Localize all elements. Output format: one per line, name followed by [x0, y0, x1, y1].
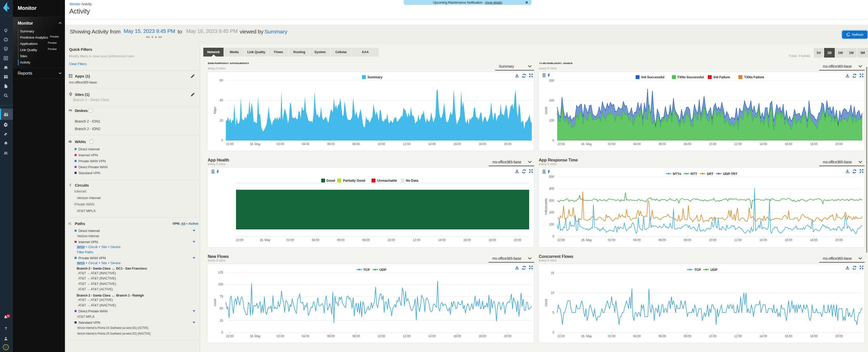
svg-text:No Data: No Data — [406, 179, 418, 182]
svg-text:100: 100 — [549, 223, 554, 226]
svg-text:22:00: 22:00 — [557, 335, 565, 338]
svg-text:Init Failure: Init Failure — [714, 75, 730, 79]
svg-text:04:00: 04:00 — [302, 335, 310, 338]
svg-text:Partially Good: Partially Good — [343, 179, 365, 182]
svg-text:18:00: 18:00 — [478, 335, 486, 338]
svg-text:5: 5 — [553, 311, 554, 314]
svg-text:TXNs Failure: TXNs Failure — [744, 75, 764, 79]
svg-text:08:00: 08:00 — [352, 142, 360, 146]
svg-text:22:00: 22:00 — [557, 142, 565, 146]
svg-text:16. May: 16. May — [260, 238, 270, 242]
svg-text:02:00: 02:00 — [286, 238, 294, 242]
svg-text:20:00: 20:00 — [835, 238, 843, 242]
svg-text:20:00: 20:00 — [835, 335, 843, 338]
svg-text:75: 75 — [220, 295, 223, 298]
svg-text:04:00: 04:00 — [633, 142, 641, 146]
svg-text:?: ? — [5, 326, 7, 330]
svg-text:UDP: UDP — [379, 268, 386, 272]
svg-text:04:00: 04:00 — [633, 335, 641, 338]
svg-text:12:00: 12:00 — [413, 238, 421, 242]
svg-text:SRT: SRT — [707, 172, 714, 176]
svg-text:08:00: 08:00 — [352, 335, 360, 338]
svg-text:06:00: 06:00 — [337, 238, 345, 242]
svg-text:50: 50 — [220, 307, 223, 310]
svg-text:20: 20 — [220, 119, 223, 122]
svg-text:16. May: 16. May — [250, 142, 260, 146]
svg-text:count: count — [544, 107, 548, 114]
svg-text:22:00: 22:00 — [236, 238, 244, 242]
svg-text:15: 15 — [551, 271, 554, 275]
svg-text:200: 200 — [549, 99, 554, 102]
svg-text:300: 300 — [549, 199, 554, 203]
svg-text:NTTn: NTTn — [673, 172, 681, 176]
svg-text:500: 500 — [549, 175, 554, 179]
svg-text:125: 125 — [218, 271, 223, 274]
svg-text:18:00: 18:00 — [810, 142, 818, 146]
svg-text:0: 0 — [221, 139, 223, 142]
svg-text:20:00: 20:00 — [835, 142, 843, 146]
svg-text:100: 100 — [549, 119, 554, 122]
svg-text:Unreachable: Unreachable — [377, 179, 397, 182]
svg-text:10: 10 — [551, 291, 554, 295]
svg-text:02:00: 02:00 — [277, 335, 284, 338]
svg-text:16:00: 16:00 — [453, 142, 461, 146]
svg-text:04:00: 04:00 — [302, 142, 310, 146]
svg-text:14:00: 14:00 — [428, 142, 436, 146]
svg-text:16:00: 16:00 — [453, 335, 461, 338]
svg-text:12:00: 12:00 — [734, 335, 742, 338]
svg-text:400: 400 — [549, 187, 554, 190]
svg-text:Init Successful: Init Successful — [641, 75, 664, 79]
svg-text:count: count — [213, 298, 217, 306]
svg-text:12:00: 12:00 — [734, 142, 742, 146]
svg-text:14:00: 14:00 — [760, 142, 767, 146]
svg-text:Good: Good — [327, 179, 335, 182]
svg-text:0: 0 — [553, 139, 554, 142]
svg-text:10:00: 10:00 — [377, 335, 385, 338]
svg-text:12:00: 12:00 — [403, 142, 411, 146]
svg-text:12:00: 12:00 — [403, 335, 411, 338]
svg-text:100: 100 — [218, 283, 223, 286]
svg-text:20:00: 20:00 — [514, 238, 522, 242]
svg-text:06:00: 06:00 — [658, 335, 666, 338]
svg-text:16. May: 16. May — [581, 142, 592, 146]
svg-text:0: 0 — [553, 331, 554, 335]
svg-text:18:00: 18:00 — [810, 238, 818, 242]
svg-text:22:00: 22:00 — [226, 142, 234, 146]
svg-text:14:00: 14:00 — [428, 335, 436, 338]
svg-text:16. May: 16. May — [581, 238, 592, 242]
svg-text:12:00: 12:00 — [734, 238, 742, 242]
svg-text:16:00: 16:00 — [785, 142, 793, 146]
svg-text:300: 300 — [549, 79, 554, 82]
svg-text:16. May: 16. May — [581, 335, 592, 338]
svg-text:06:00: 06:00 — [658, 238, 666, 242]
svg-text:RTT: RTT — [691, 172, 697, 176]
svg-text:02:00: 02:00 — [608, 142, 616, 146]
svg-text:Kbps: Kbps — [213, 107, 217, 114]
svg-text:10:00: 10:00 — [709, 238, 717, 242]
svg-text:08:00: 08:00 — [684, 238, 691, 242]
svg-text:16:00: 16:00 — [463, 238, 471, 242]
svg-text:10:00: 10:00 — [709, 142, 717, 146]
svg-text:04:00: 04:00 — [633, 238, 641, 242]
svg-text:25: 25 — [220, 319, 223, 322]
svg-text:10:00: 10:00 — [377, 142, 385, 146]
svg-text:08:00: 08:00 — [684, 142, 691, 146]
svg-text:14:00: 14:00 — [438, 238, 446, 242]
svg-text:04:00: 04:00 — [312, 238, 319, 242]
svg-text:UDP: UDP — [710, 268, 717, 272]
svg-text:TXNs Successful: TXNs Successful — [677, 75, 704, 79]
svg-text:16:00: 16:00 — [785, 238, 793, 242]
svg-text:count: count — [544, 299, 548, 306]
svg-text:18:00: 18:00 — [810, 335, 818, 338]
svg-text:02:00: 02:00 — [277, 142, 284, 146]
svg-text:10:00: 10:00 — [709, 335, 717, 338]
svg-text:20:00: 20:00 — [504, 142, 512, 146]
svg-text:10:00: 10:00 — [388, 238, 395, 242]
svg-text:60: 60 — [220, 78, 223, 82]
svg-text:08:00: 08:00 — [362, 238, 370, 242]
svg-text:0: 0 — [553, 235, 554, 238]
svg-text:40: 40 — [220, 99, 223, 102]
svg-text:22:00: 22:00 — [557, 238, 565, 242]
svg-text:20:00: 20:00 — [504, 335, 512, 338]
svg-text:02:00: 02:00 — [608, 238, 616, 242]
